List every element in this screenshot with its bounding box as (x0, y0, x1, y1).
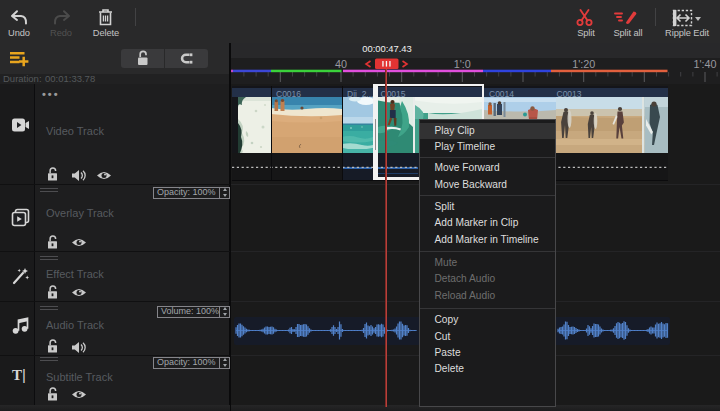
svg-text:40: 40 (335, 58, 347, 70)
svg-text:1':20: 1':20 (572, 58, 595, 70)
svg-text:1':40: 1':40 (693, 58, 716, 70)
svg-text:1':0: 1':0 (454, 58, 471, 70)
